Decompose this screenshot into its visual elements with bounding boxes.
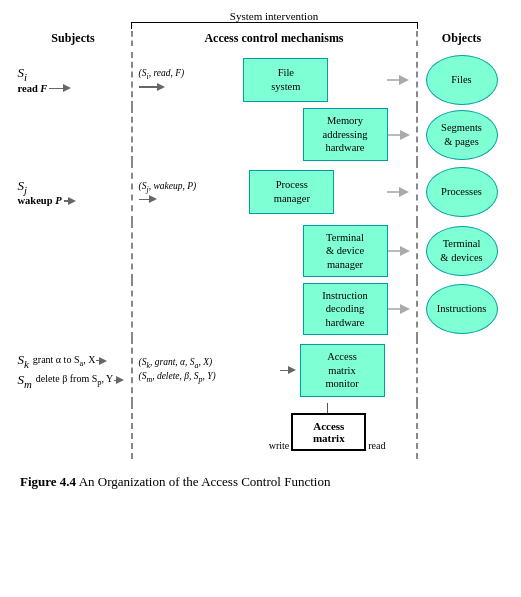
- tuple-delete: (Sm, delete, β, Sp, Y): [139, 371, 277, 384]
- oval-processes: Processes: [426, 167, 498, 217]
- figure-number: Figure 4.4: [20, 474, 76, 489]
- access-matrix-row: write Accessmatrix read: [16, 403, 506, 459]
- tuple-file: (Si, read, F): [139, 68, 185, 81]
- subject-si: Si: [18, 65, 28, 83]
- access-matrix-box: Accessmatrix: [291, 413, 366, 451]
- objects-header: Objects: [418, 31, 506, 46]
- diagram-wrapper: System intervention Subjects Access cont…: [16, 10, 506, 459]
- mbox-file-system: Filesystem: [243, 58, 328, 102]
- subject-delete-action: delete β from Sp, Y: [36, 373, 114, 387]
- row-file-system: Si read F (Si, read, F) Filesystem: [16, 52, 506, 107]
- system-intervention-label: System intervention: [230, 10, 318, 22]
- row-instruction: Instructiondecodinghardware Instructions: [16, 280, 506, 338]
- read-label: read: [368, 440, 385, 451]
- oval-terminal: Terminal& devices: [426, 226, 498, 276]
- oval-instructions: Instructions: [426, 284, 498, 334]
- oval-segments: Segments& pages: [426, 110, 498, 160]
- row-memory: Memoryaddressinghardware Segments& pages: [16, 107, 506, 162]
- row-access-monitor: Sk grant α to Sa, X Sm delete β from Sp,…: [16, 338, 506, 403]
- subject-sk: Sk: [18, 352, 29, 370]
- subject-read-action: read F: [18, 83, 48, 94]
- caption-text: An Organization of the Access Control Fu…: [76, 474, 330, 489]
- write-label: write: [269, 440, 290, 451]
- mbox-process-manager: Processmanager: [249, 170, 334, 214]
- subjects-header: Subjects: [16, 31, 131, 46]
- mbox-memory: Memoryaddressinghardware: [303, 108, 388, 161]
- row-process-manager: Sj wakeup P (Sj, wakeup, P) Processmanag…: [16, 162, 506, 222]
- tuple-process: (Sj, wakeup, P): [139, 181, 197, 194]
- subject-sj: Sj: [18, 178, 28, 196]
- row-terminal-manager: Terminal& devicemanager Terminal& device…: [16, 222, 506, 280]
- figure-caption: Figure 4.4 An Organization of the Access…: [10, 474, 511, 490]
- access-header: Access control mechanisms: [131, 31, 418, 46]
- subject-grant-action: grant α to Sa, X: [33, 354, 96, 368]
- subject-wakeup-action: wakeup P: [18, 195, 62, 206]
- subject-sm: Sm: [18, 372, 32, 390]
- mbox-terminal: Terminal& devicemanager: [303, 225, 388, 278]
- mbox-instruction: Instructiondecodinghardware: [303, 283, 388, 336]
- mbox-access-monitor: Accessmatrixmonitor: [300, 344, 385, 397]
- tuple-grant: (Sk, grant, α, Sa, X): [139, 357, 277, 370]
- oval-files: Files: [426, 55, 498, 105]
